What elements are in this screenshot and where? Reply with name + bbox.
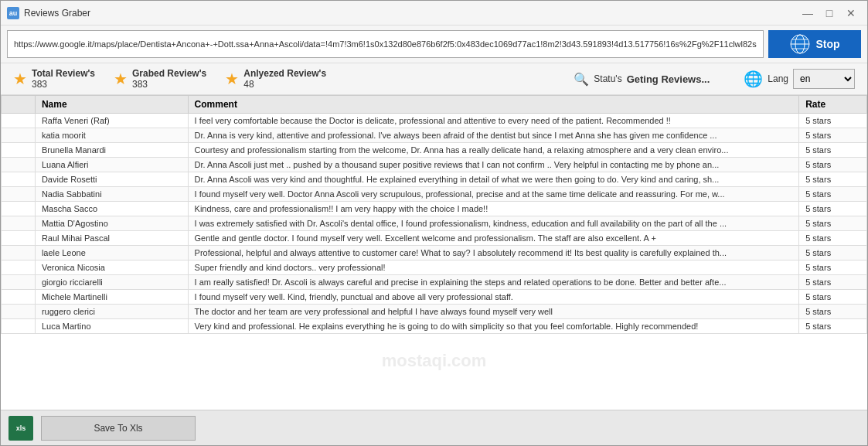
cell-name: Davide Rosetti (35, 172, 188, 187)
cell-rate: 5 stars (799, 172, 867, 187)
cell-index (2, 216, 36, 231)
table-row: Davide RosettiDr. Anna Ascoli was very k… (2, 172, 867, 187)
col-header-index (2, 96, 36, 114)
cell-index (2, 202, 36, 216)
cell-name: Raul Mihai Pascal (35, 231, 188, 246)
cell-rate: 5 stars (799, 305, 867, 319)
table-row: Luca MartinoVery kind and professional. … (2, 319, 867, 334)
table-row: laele LeoneProfessional, helpful and alw… (2, 246, 867, 260)
cell-rate: 5 stars (799, 143, 867, 158)
cell-rate: 5 stars (799, 319, 867, 334)
cell-index (2, 143, 36, 158)
reviews-table: Name Comment Rate Raffa Veneri (Raf)I fe… (1, 95, 867, 334)
url-bar: Stop (1, 26, 867, 63)
cell-name: Luana Alfieri (35, 158, 188, 172)
cell-comment: Professional, helpful and always attenti… (188, 246, 799, 260)
cell-name: Mattia D'Agostino (35, 216, 188, 231)
grabed-reviews-block: Grabed Review's 383 (132, 68, 206, 90)
lang-icon: 🌐 (744, 70, 763, 88)
lang-select[interactable]: en it fr de es (793, 69, 855, 89)
cell-index (2, 158, 36, 172)
cell-name: Brunella Manardi (35, 143, 188, 158)
table-row: Veronica NicosiaSuper friendly and kind … (2, 260, 867, 275)
search-icon: 🔍 (574, 72, 589, 87)
cell-index (2, 319, 36, 334)
table-row: Nadia SabbatiniI found myself very well.… (2, 187, 867, 202)
maximize-button[interactable]: □ (819, 5, 839, 21)
total-reviews-label: Total Review's (32, 68, 95, 79)
status-label: Statu's (594, 73, 621, 84)
bottom-bar: xls Save To Xls (1, 410, 867, 445)
cell-name: Mascha Sacco (35, 202, 188, 216)
analyzed-reviews-block: Anlyezed Review's 48 (243, 68, 326, 90)
cell-rate: 5 stars (799, 158, 867, 172)
table-row: Raul Mihai PascalGentle and gentle docto… (2, 231, 867, 246)
table-row: giorgio ricciarelliI am really satisfied… (2, 275, 867, 290)
cell-comment: I found myself very well. Kind, friendly… (188, 290, 799, 305)
cell-comment: Courtesy and professionalism starting fr… (188, 143, 799, 158)
window-title: Reviews Graber (24, 8, 90, 19)
cell-name: laele Leone (35, 246, 188, 260)
cell-index (2, 305, 36, 319)
save-to-xls-button[interactable]: Save To Xls (41, 416, 196, 441)
cell-comment: Dr. Anna Ascoli was very kind and though… (188, 172, 799, 187)
table-wrapper[interactable]: Name Comment Rate Raffa Veneri (Raf)I fe… (1, 95, 867, 410)
cell-rate: 5 stars (799, 246, 867, 260)
total-reviews-stat: ★ Total Review's 383 (13, 68, 95, 90)
cell-comment: Super friendly and kind doctors.. very p… (188, 260, 799, 275)
col-header-rate: Rate (799, 96, 867, 114)
cell-comment: I feel very comfortable because the Doct… (188, 114, 799, 128)
cell-comment: The doctor and her team are very profess… (188, 305, 799, 319)
cell-name: Veronica Nicosia (35, 260, 188, 275)
status-section: 🔍 Statu's Geting Reviews... (574, 72, 710, 87)
table-row: Raffa Veneri (Raf)I feel very comfortabl… (2, 114, 867, 128)
cell-comment: I found myself very well. Doctor Anna As… (188, 187, 799, 202)
col-header-comment: Comment (188, 96, 799, 114)
reviews-table-container: mostaqi.com Name Comment Rate Raffa Vene… (1, 95, 867, 410)
grabed-star-icon: ★ (114, 70, 128, 88)
table-row: katia mooritDr. Anna is very kind, atten… (2, 128, 867, 143)
total-star-icon: ★ (13, 70, 27, 88)
table-row: ruggero clericiThe doctor and her team a… (2, 305, 867, 319)
cell-index (2, 114, 36, 128)
cell-name: Luca Martino (35, 319, 188, 334)
cell-rate: 5 stars (799, 260, 867, 275)
cell-comment: Gentle and gentle doctor. I found myself… (188, 231, 799, 246)
cell-index (2, 290, 36, 305)
cell-index (2, 275, 36, 290)
title-bar: au Reviews Graber — □ ✕ (1, 1, 867, 26)
lang-section: 🌐 Lang en it fr de es (744, 69, 855, 89)
cell-index (2, 172, 36, 187)
cell-comment: I was extremely satisfied with Dr. Ascol… (188, 216, 799, 231)
cell-name: Michele Martinelli (35, 290, 188, 305)
stop-button[interactable]: Stop (768, 30, 861, 58)
status-value: Geting Reviews... (627, 73, 710, 85)
stats-bar: ★ Total Review's 383 ★ Grabed Review's 3… (1, 63, 867, 95)
cell-rate: 5 stars (799, 114, 867, 128)
analyzed-reviews-stat: ★ Anlyezed Review's 48 (225, 68, 326, 90)
table-row: Brunella ManardiCourtesy and professiona… (2, 143, 867, 158)
cell-rate: 5 stars (799, 216, 867, 231)
cell-comment: Dr. Anna is very kind, attentive and pro… (188, 128, 799, 143)
table-row: Michele MartinelliI found myself very we… (2, 290, 867, 305)
table-row: Luana AlfieriDr. Anna Ascoli just met ..… (2, 158, 867, 172)
title-bar-left: au Reviews Graber (7, 7, 90, 19)
url-input[interactable] (7, 30, 764, 58)
table-row: Mascha SaccoKindness, care and professio… (2, 202, 867, 216)
cell-rate: 5 stars (799, 231, 867, 246)
cell-index (2, 187, 36, 202)
cell-index (2, 128, 36, 143)
globe-icon (789, 33, 811, 55)
close-button[interactable]: ✕ (841, 5, 861, 21)
app-icon: au (7, 7, 19, 19)
table-body: Raffa Veneri (Raf)I feel very comfortabl… (2, 114, 867, 334)
analyzed-reviews-value: 48 (243, 79, 326, 90)
cell-comment: I am really satisfied! Dr. Ascoli is alw… (188, 275, 799, 290)
cell-comment: Dr. Anna Ascoli just met .. pushed by a … (188, 158, 799, 172)
cell-comment: Kindness, care and professionalism!! I a… (188, 202, 799, 216)
analyzed-star-icon: ★ (225, 70, 239, 88)
title-bar-controls: — □ ✕ (798, 5, 861, 21)
cell-name: giorgio ricciarelli (35, 275, 188, 290)
minimize-button[interactable]: — (798, 5, 818, 21)
xls-icon: xls (9, 416, 33, 441)
